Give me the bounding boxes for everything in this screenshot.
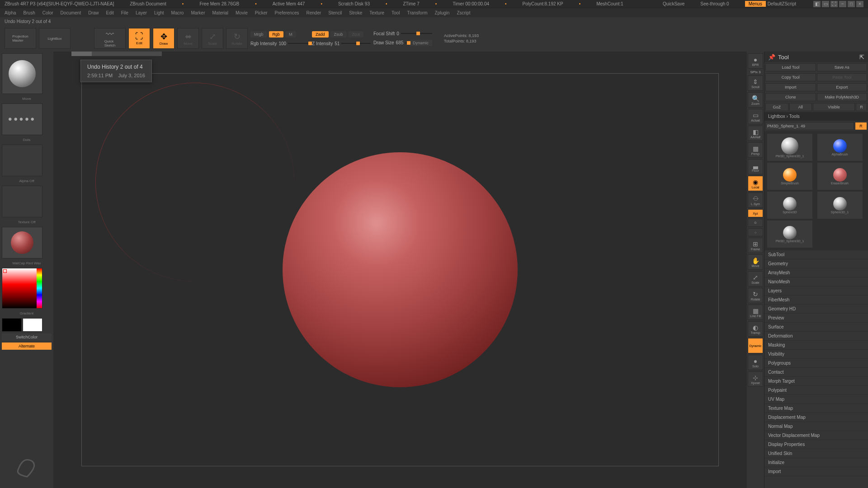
- menu-zplugin[interactable]: Zplugin: [435, 10, 450, 15]
- lightbox-tools-header[interactable]: Lightbox › Tools: [764, 112, 868, 121]
- menu-picker[interactable]: Picker: [255, 10, 268, 15]
- dynamic-button[interactable]: Dynamic: [748, 338, 763, 353]
- tool-section-visibility[interactable]: Visibility: [764, 350, 868, 359]
- goz-button[interactable]: GoZ: [765, 103, 788, 111]
- tool-section-geometry[interactable]: Geometry: [764, 259, 868, 268]
- frame-button[interactable]: ⊞Frame: [748, 238, 763, 253]
- tool-section-import[interactable]: Import: [764, 467, 868, 476]
- alpha-thumbnail[interactable]: [2, 145, 42, 176]
- collapse-icon[interactable]: ⇱: [859, 54, 864, 61]
- alternate-button[interactable]: Alternate: [2, 343, 52, 350]
- menu-transform[interactable]: Transform: [407, 10, 427, 15]
- tool-section-uv-map[interactable]: UV Map: [764, 395, 868, 404]
- canvas-area[interactable]: Undo History 2 out of 4 2:59:11 PM July …: [53, 52, 747, 488]
- linefill-button[interactable]: ▦Line Fill: [748, 305, 763, 320]
- stroke-thumbnail[interactable]: •••••: [2, 103, 42, 135]
- tool-thumb-6[interactable]: PM3D_Sphere3D_1: [767, 221, 812, 248]
- tool-section-morph-target[interactable]: Morph Target: [764, 377, 868, 386]
- brush-thumbnail[interactable]: [2, 53, 42, 94]
- spix-label[interactable]: SPix 3: [748, 70, 763, 74]
- local-button[interactable]: ◉Local: [748, 176, 763, 191]
- r-button[interactable]: R: [855, 122, 867, 130]
- edit-button[interactable]: ⛶Edit: [128, 28, 150, 49]
- scroll-button[interactable]: ⇕Scroll: [748, 75, 763, 91]
- tool-section-texture-map[interactable]: Texture Map: [764, 404, 868, 413]
- tool-section-surface[interactable]: Surface: [764, 323, 868, 332]
- sphere-mesh[interactable]: [283, 152, 518, 387]
- move-nav-button[interactable]: ✋Move: [748, 254, 763, 270]
- tool-section-polypaint[interactable]: Polypaint: [764, 386, 868, 395]
- dynamic-toggle[interactable]: Dynamic: [409, 40, 432, 46]
- tool-section-contact[interactable]: Contact: [764, 368, 868, 377]
- tool-section-display-properties[interactable]: Display Properties: [764, 440, 868, 449]
- menu-zscript[interactable]: Zscript: [457, 10, 470, 15]
- zadd-toggle[interactable]: Zadd: [312, 31, 329, 38]
- menu-light[interactable]: Light: [154, 10, 164, 15]
- seethrough-slider[interactable]: See-through 0: [700, 1, 729, 6]
- window-icon-1[interactable]: ◧: [813, 1, 821, 7]
- menu-layer[interactable]: Layer: [136, 10, 147, 15]
- transp-button[interactable]: ◐Transp: [748, 321, 763, 337]
- tool-thumb-0[interactable]: PM3D_Sphere3D_1: [767, 134, 812, 161]
- rgb-intensity-slider[interactable]: [288, 43, 309, 44]
- window-icon-2[interactable]: ▭: [822, 1, 829, 7]
- import-button[interactable]: Import: [765, 83, 816, 91]
- move-button[interactable]: ⬌Move: [177, 28, 199, 49]
- color-picker[interactable]: [2, 268, 42, 309]
- minimize-icon[interactable]: −: [839, 1, 846, 7]
- tool-thumb-4[interactable]: Sphere3D: [767, 192, 812, 219]
- save-as-button[interactable]: Save As: [817, 63, 868, 71]
- lsym-button[interactable]: ⦵L.Sym: [748, 192, 763, 208]
- menu-movie[interactable]: Movie: [236, 10, 248, 15]
- tool-thumb-2[interactable]: SimpleBrush: [767, 163, 812, 190]
- zcut-toggle[interactable]: Zcut: [349, 31, 364, 38]
- zsub-toggle[interactable]: Zsub: [330, 31, 347, 38]
- default-zscript[interactable]: DefaultZScript: [768, 1, 796, 6]
- tool-section-preview[interactable]: Preview: [764, 314, 868, 323]
- tool-section-geometry-hd[interactable]: Geometry HD: [764, 305, 868, 314]
- projection-master-button[interactable]: Projection Master: [5, 28, 36, 49]
- aahalf-button[interactable]: ◧AAHalf: [748, 126, 763, 141]
- menu-texture[interactable]: Texture: [369, 10, 384, 15]
- menu-tool[interactable]: Tool: [392, 10, 400, 15]
- current-tool-name[interactable]: PM3D_Sphere_1. 49: [765, 122, 854, 130]
- pin-icon[interactable]: 📌: [768, 54, 775, 61]
- xyz-button[interactable]: Xyz: [748, 209, 763, 217]
- menu-document[interactable]: Document: [61, 10, 81, 15]
- z-intensity-slider[interactable]: [341, 43, 371, 44]
- tool-section-arraymesh[interactable]: ArrayMesh: [764, 268, 868, 277]
- rotate-nav-button[interactable]: ↻Rotate: [748, 288, 763, 303]
- tool-panel-header[interactable]: 📌 Tool ⇱: [764, 52, 868, 62]
- tool-section-fibermesh[interactable]: FiberMesh: [764, 296, 868, 305]
- rgb-toggle[interactable]: Rgb: [269, 31, 284, 38]
- tool-section-displacement-map[interactable]: Displacement Map: [764, 413, 868, 422]
- menu-color[interactable]: Color: [42, 10, 53, 15]
- menu-render[interactable]: Render: [307, 10, 321, 15]
- menu-draw[interactable]: Draw: [88, 10, 99, 15]
- secondary-color-swatch[interactable]: [2, 318, 22, 332]
- tool-section-deformation[interactable]: Deformation: [764, 332, 868, 341]
- bpr-button[interactable]: ●BPR: [748, 53, 763, 69]
- load-tool-button[interactable]: Load Tool: [765, 63, 816, 71]
- quick-sketch-button[interactable]: 〰Quick Sketch: [94, 28, 126, 49]
- menu-file[interactable]: File: [121, 10, 128, 15]
- menu-preferences[interactable]: Preferences: [275, 10, 299, 15]
- gradient-label[interactable]: Gradient: [2, 310, 52, 316]
- window-icon-3[interactable]: ⛶: [830, 1, 838, 7]
- lightbox-button[interactable]: LightBox: [39, 28, 71, 49]
- menu-brush[interactable]: Brush: [24, 10, 35, 15]
- undo-history-bar[interactable]: [71, 52, 162, 56]
- focal-shift-slider[interactable]: [401, 33, 432, 34]
- tool-thumb-5[interactable]: Sphere3D_1: [817, 192, 863, 219]
- solo-button[interactable]: ●Solo: [748, 355, 763, 370]
- mrgb-toggle[interactable]: Mrgb: [250, 31, 267, 38]
- menu-alpha[interactable]: Alpha: [5, 10, 16, 15]
- persp-button[interactable]: ▦Persp: [748, 142, 763, 158]
- tool-section-masking[interactable]: Masking: [764, 341, 868, 350]
- tool-section-subtool[interactable]: SubTool: [764, 250, 868, 259]
- actual-button[interactable]: ▭Actual: [748, 109, 763, 124]
- draw-button[interactable]: ✥Draw: [153, 28, 175, 49]
- tool-section-polygroups[interactable]: Polygroups: [764, 359, 868, 368]
- export-button[interactable]: Export: [817, 83, 868, 91]
- goz-visible-button[interactable]: Visible: [813, 103, 855, 111]
